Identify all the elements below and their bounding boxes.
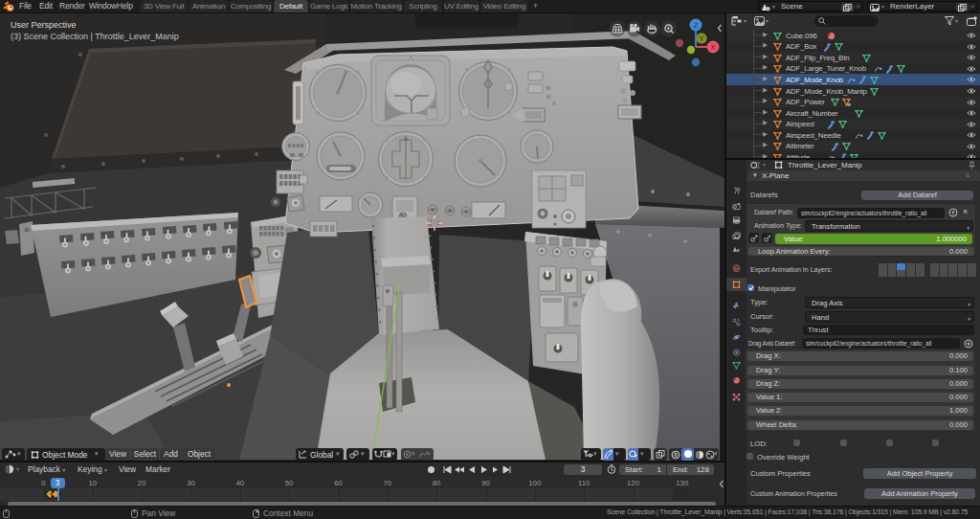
svg-text:Y: Y: [699, 34, 703, 43]
svg-text:Z: Z: [694, 21, 699, 30]
svg-text:X: X: [710, 43, 715, 52]
